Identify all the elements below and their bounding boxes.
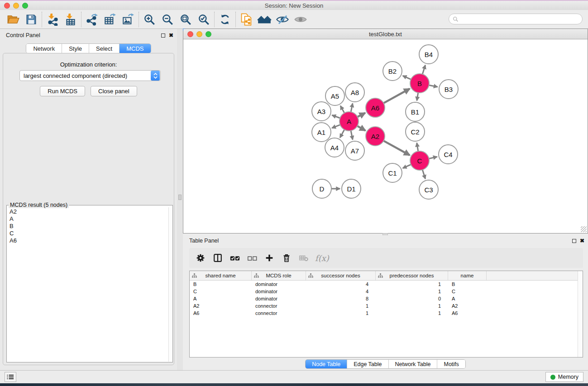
table-row[interactable]: Bdominator41B — [190, 281, 583, 288]
table-cell[interactable]: 1 — [306, 303, 376, 309]
table-cell[interactable]: dominator — [252, 289, 306, 294]
float-panel-icon[interactable] — [161, 33, 165, 38]
network-view-window[interactable]: testGlobe.txt B4B2BB3B1A5A8A3A6AA1A4A7A2… — [183, 29, 588, 234]
search-input[interactable] — [460, 16, 582, 22]
tab-node-table[interactable]: Node Table — [306, 360, 347, 368]
graph-node-B4[interactable]: B4 — [419, 44, 439, 64]
run-mcds-button[interactable]: Run MCDS — [40, 86, 85, 96]
refresh-icon[interactable] — [217, 12, 233, 27]
graph-edge-C-C4[interactable] — [429, 157, 437, 158]
column-header-name[interactable]: name — [448, 271, 487, 280]
table-cell[interactable]: B — [190, 281, 252, 287]
table-cell[interactable]: 8 — [306, 296, 376, 301]
panel-divider[interactable] — [177, 29, 183, 370]
table-scrollbar[interactable] — [578, 271, 583, 357]
graph-node-D1[interactable]: D1 — [341, 179, 361, 199]
graph-edge-B-B3[interactable] — [429, 85, 438, 87]
mcds-result-item[interactable]: C — [8, 230, 168, 237]
tab-mcds[interactable]: MCDS — [120, 44, 150, 53]
hide-details-icon[interactable] — [275, 12, 290, 27]
graph-edge-C-C1[interactable] — [403, 164, 411, 168]
mcds-result-item[interactable]: A — [8, 215, 168, 223]
home-icon[interactable] — [257, 12, 272, 27]
gear-icon[interactable] — [193, 250, 208, 266]
graph-edge-A-A6[interactable] — [357, 113, 365, 117]
graph-node-C[interactable]: C — [410, 151, 430, 171]
graph-node-A4[interactable]: A4 — [325, 138, 344, 157]
mcds-result-list[interactable]: A2ABCA6 — [8, 208, 168, 361]
graph-edge-B-B4[interactable] — [422, 65, 425, 75]
table-cell[interactable]: A — [448, 296, 487, 301]
tab-style[interactable]: Style — [62, 44, 89, 53]
table-row[interactable]: Adominator80A — [190, 295, 583, 302]
columns-icon[interactable] — [210, 250, 225, 266]
table-cell[interactable]: 0 — [376, 296, 448, 301]
close-panel-icon[interactable]: ✖ — [169, 33, 173, 38]
graph-node-A3[interactable]: A3 — [311, 101, 331, 121]
zoom-in-icon[interactable] — [142, 12, 157, 27]
graph-edge-A-A7[interactable] — [351, 130, 353, 140]
graph-node-D[interactable]: D — [312, 179, 332, 199]
mcds-result-item[interactable]: A6 — [8, 237, 168, 244]
table-cell[interactable]: A6 — [190, 310, 252, 316]
mcds-result-item[interactable]: A2 — [8, 208, 168, 215]
import-network-icon[interactable] — [45, 12, 60, 27]
table-cell[interactable]: connector — [252, 303, 306, 309]
zoom-out-icon[interactable] — [160, 12, 175, 27]
graph-node-B1[interactable]: B1 — [405, 102, 425, 122]
graph-edge-A-A8[interactable] — [351, 103, 353, 112]
table-cell[interactable]: 1 — [306, 310, 376, 316]
table-cell[interactable]: 4 — [306, 289, 376, 294]
add-column-icon[interactable] — [262, 250, 277, 266]
table-cell[interactable]: C — [448, 289, 487, 294]
network-file-icon[interactable] — [239, 12, 254, 27]
graph-edge-B-B1[interactable] — [417, 92, 418, 101]
tab-edge-table[interactable]: Edge Table — [347, 360, 388, 368]
node-table[interactable]: shared nameMCDS rolesuccessor nodesprede… — [189, 271, 583, 357]
graph-edge-A-A2[interactable] — [357, 126, 365, 131]
window-resize-grip[interactable] — [581, 226, 587, 232]
criterion-select[interactable]: largest connected component (directed) — [19, 70, 161, 81]
graph-node-B[interactable]: B — [410, 73, 430, 93]
graph-edge-A2-C[interactable] — [383, 141, 410, 155]
result-list-scrollbar[interactable] — [168, 207, 172, 362]
table-cell[interactable]: C — [190, 289, 252, 294]
divider-handle[interactable] — [178, 195, 182, 200]
table-cell[interactable]: A — [190, 296, 252, 301]
open-session-icon[interactable] — [5, 12, 21, 27]
graph-node-B3[interactable]: B3 — [439, 79, 459, 99]
close-table-panel-icon[interactable]: ✖ — [580, 239, 584, 243]
column-header-MCDS-role[interactable]: MCDS role — [252, 271, 306, 280]
graph-edge-C-C3[interactable] — [422, 169, 425, 179]
export-table-icon[interactable] — [102, 12, 118, 27]
table-row[interactable]: A2connector11A2 — [190, 302, 583, 310]
table-cell[interactable]: connector — [252, 310, 306, 316]
graph-node-A7[interactable]: A7 — [345, 141, 365, 161]
graph-edge-A-A1[interactable] — [332, 124, 340, 128]
search-field[interactable] — [449, 14, 583, 24]
column-header-successor-nodes[interactable]: successor nodes — [306, 271, 376, 280]
graph-canvas[interactable]: B4B2BB3B1A5A8A3A6AA1A4A7A2C2CC4C1C3DD1 — [184, 39, 587, 233]
export-network-icon[interactable] — [84, 12, 100, 27]
column-header-shared-name[interactable]: shared name — [190, 271, 252, 280]
graph-node-B2[interactable]: B2 — [382, 61, 402, 81]
close-panel-button[interactable]: Close panel — [91, 86, 137, 96]
zoom-selected-icon[interactable] — [196, 12, 211, 27]
table-cell[interactable]: dominator — [252, 281, 306, 287]
graph-node-C1[interactable]: C1 — [382, 163, 402, 183]
table-cell[interactable]: 1 — [376, 289, 448, 294]
graph-edge-A6-B[interactable] — [383, 89, 410, 103]
deselect-all-icon[interactable] — [244, 250, 260, 266]
graph-node-A5[interactable]: A5 — [325, 86, 345, 106]
select-all-icon[interactable] — [227, 250, 243, 266]
graph-node-A[interactable]: A — [339, 111, 359, 131]
show-details-icon[interactable] — [293, 12, 308, 27]
tab-motifs[interactable]: Motifs — [437, 360, 465, 368]
graph-node-A6[interactable]: A6 — [365, 98, 385, 118]
column-header-predecessor-nodes[interactable]: predecessor nodes — [376, 271, 448, 280]
table-cell[interactable]: A2 — [190, 303, 252, 309]
graph-node-A2[interactable]: A2 — [365, 126, 385, 146]
mcds-result-item[interactable]: B — [8, 223, 168, 230]
import-table-icon[interactable] — [63, 12, 78, 27]
tab-network-table[interactable]: Network Table — [389, 360, 438, 368]
